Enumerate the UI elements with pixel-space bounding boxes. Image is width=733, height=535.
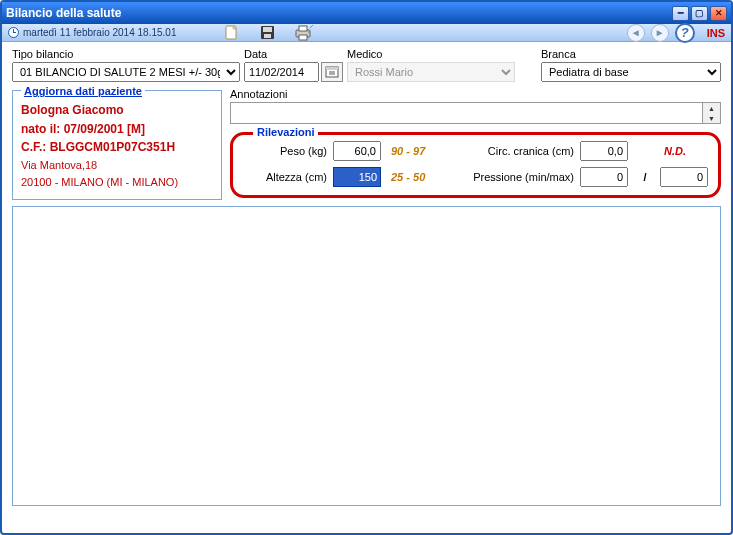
- input-circ-cranica[interactable]: [580, 141, 628, 161]
- insert-mode-label: INS: [707, 27, 725, 39]
- svg-rect-5: [299, 26, 307, 31]
- label-peso: Peso (kg): [241, 145, 329, 157]
- svg-point-7: [308, 31, 310, 33]
- input-pressione-min[interactable]: [580, 167, 628, 187]
- patient-box: Aggiorna dati paziente Bologna Giacomo n…: [12, 90, 222, 200]
- select-tipo-bilancio[interactable]: 01 BILANCIO DI SALUTE 2 MESI +/- 30gg: [12, 62, 240, 82]
- maximize-button[interactable]: ▢: [691, 6, 708, 21]
- toolbar: [222, 24, 314, 41]
- hint-altezza: 25 - 50: [387, 171, 457, 183]
- select-branca[interactable]: Pediatra di base: [541, 62, 721, 82]
- patient-cf: C.F.: BLGGCM01P07C351H: [21, 138, 213, 157]
- status-strip: martedì 11 febbraio 2014 18.15.01 ◄ ► ? …: [2, 24, 731, 42]
- field-tipo-bilancio: Tipo bilancio 01 BILANCIO DI SALUTE 2 ME…: [12, 48, 240, 82]
- svg-rect-2: [263, 27, 272, 32]
- label-altezza: Altezza (cm): [241, 171, 329, 183]
- annotazioni-wrap: ▲ ▼: [230, 102, 721, 124]
- detail-panel: [12, 206, 721, 506]
- input-pressione-max[interactable]: [660, 167, 708, 187]
- textarea-annotazioni[interactable]: [230, 102, 703, 124]
- label-data: Data: [244, 48, 343, 60]
- navigation-group: ◄ ► ? INS: [627, 24, 725, 41]
- close-button[interactable]: ✕: [710, 6, 727, 21]
- patient-address2: 20100 - MILANO (MI - MILANO): [21, 174, 213, 191]
- hint-peso: 90 - 97: [387, 145, 457, 157]
- patient-name: Bologna Giacomo: [21, 101, 213, 120]
- right-column: Annotazioni ▲ ▼ Rilevazioni Peso (kg) 90…: [230, 86, 721, 200]
- prev-button[interactable]: ◄: [627, 24, 645, 42]
- svg-rect-9: [326, 67, 338, 70]
- status-datetime: martedì 11 febbraio 2014 18.15.01: [23, 27, 176, 38]
- field-branca: Branca Pediatra di base: [541, 48, 721, 82]
- print-icon[interactable]: [294, 24, 314, 42]
- label-medico: Medico: [347, 48, 515, 60]
- label-tipo: Tipo bilancio: [12, 48, 240, 60]
- patient-address1: Via Mantova,18: [21, 157, 213, 174]
- spinner-down-icon[interactable]: ▼: [703, 113, 720, 123]
- title-bar: Bilancio della salute ━ ▢ ✕: [2, 2, 731, 24]
- spinner-up-icon[interactable]: ▲: [703, 103, 720, 113]
- window-title: Bilancio della salute: [6, 6, 672, 20]
- minimize-button[interactable]: ━: [672, 6, 689, 21]
- input-peso[interactable]: [333, 141, 381, 161]
- new-icon[interactable]: [222, 24, 242, 42]
- label-rilevazioni: Rilevazioni: [253, 126, 318, 138]
- field-data: Data: [244, 48, 343, 82]
- label-annotazioni: Annotazioni: [230, 88, 721, 100]
- rilevazioni-group: Rilevazioni Peso (kg) 90 - 97 Circ. cran…: [230, 132, 721, 198]
- field-medico: Medico Rossi Mario: [347, 48, 515, 82]
- label-circ-cranica: Circ. cranica (cm): [461, 145, 576, 157]
- svg-rect-6: [299, 35, 307, 40]
- label-pressione: Pressione (min/max): [461, 171, 576, 183]
- input-data[interactable]: [244, 62, 319, 82]
- window-buttons: ━ ▢ ✕: [672, 6, 727, 21]
- patient-born: nato il: 07/09/2001 [M]: [21, 120, 213, 139]
- main-area: Aggiorna dati paziente Bologna Giacomo n…: [2, 86, 731, 200]
- calendar-button[interactable]: [321, 62, 343, 82]
- pressione-slash: /: [634, 171, 656, 183]
- form-row: Tipo bilancio 01 BILANCIO DI SALUTE 2 ME…: [2, 42, 731, 86]
- svg-rect-3: [264, 34, 271, 38]
- select-medico: Rossi Mario: [347, 62, 515, 82]
- update-patient-link[interactable]: Aggiorna dati paziente: [21, 83, 145, 100]
- clock-icon: [8, 27, 19, 38]
- input-altezza[interactable]: [333, 167, 381, 187]
- label-branca: Branca: [541, 48, 721, 60]
- hint-circ: N.D.: [660, 145, 710, 157]
- save-icon[interactable]: [258, 24, 278, 42]
- help-button[interactable]: ?: [675, 23, 695, 43]
- next-button[interactable]: ►: [651, 24, 669, 42]
- annotazioni-spinner[interactable]: ▲ ▼: [703, 102, 721, 124]
